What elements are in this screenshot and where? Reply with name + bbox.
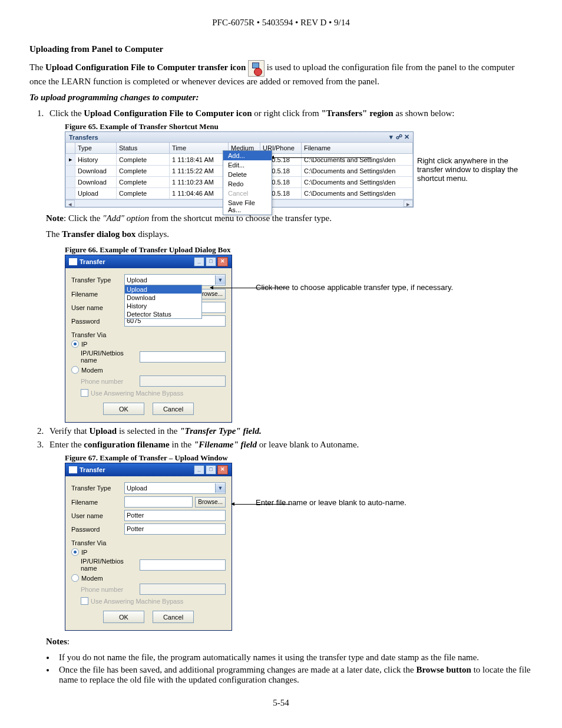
ok-button[interactable]: OK — [103, 403, 144, 415]
maximize-icon[interactable]: □ — [206, 257, 216, 266]
ip-input[interactable] — [140, 559, 226, 571]
radio-modem[interactable] — [71, 574, 79, 582]
cell-filename: C:\Documents and Settings\den — [302, 177, 413, 188]
panel-controls[interactable]: ▾ ☍ ✕ — [388, 133, 409, 141]
cell-status: Complete — [117, 154, 170, 166]
ctx-add[interactable]: Add... — [223, 151, 272, 160]
dialog-app-icon — [69, 258, 77, 265]
maximize-icon[interactable]: □ — [206, 465, 216, 475]
close-icon[interactable]: ✕ — [217, 465, 228, 475]
label-transfer-type: Transfer Type — [71, 276, 124, 284]
bypass-label: Use Answering Machine Bypass — [91, 598, 183, 605]
label-password: Password — [71, 526, 124, 533]
row-marker: ▸ — [66, 154, 75, 166]
panel-pin-icon[interactable]: ☍ — [396, 133, 402, 141]
transfer-dialog-67: Transfer _ □ ✕ Transfer Type Upload ▼ Fi… — [65, 463, 232, 631]
ctx-redo[interactable]: Redo — [223, 179, 272, 189]
label-filename: Filename — [71, 291, 124, 298]
procedure-heading: To upload programming changes to compute… — [29, 93, 533, 103]
label-username: User name — [71, 304, 124, 311]
dialog-title: Transfer — [80, 258, 105, 265]
filename-input[interactable] — [124, 496, 193, 508]
phone-input — [140, 375, 226, 387]
opt-detector-status[interactable]: Detector Status — [125, 310, 201, 318]
row-marker — [66, 177, 75, 188]
dialog-app-icon — [69, 466, 77, 473]
minimize-icon[interactable]: _ — [194, 257, 204, 266]
page-header: PFC-6075R • 5403594 • REV D • 9/14 — [29, 18, 533, 28]
row-marker — [66, 166, 75, 177]
phone-input — [140, 584, 226, 595]
cell-status: Complete — [117, 188, 170, 199]
cell-filename: C:\Documents and Settings\den — [302, 188, 413, 199]
note-item-1: If you do not name the file, the program… — [55, 653, 533, 663]
dialog-title: Transfer — [80, 466, 105, 473]
browse-button[interactable]: Browse... — [195, 497, 226, 508]
col-time[interactable]: Time — [170, 143, 229, 154]
note-line: Note: Click the "Add" option from the sh… — [46, 213, 533, 223]
radio-modem-label: Modem — [81, 367, 103, 374]
page-number: 5-54 — [29, 698, 533, 708]
ok-button[interactable]: OK — [103, 611, 144, 623]
figure65: Transfers ▾ ☍ ✕ Type Status Time Medium … — [65, 131, 533, 207]
cancel-button[interactable]: Cancel — [153, 611, 194, 623]
label-phone: Phone number — [81, 586, 140, 593]
panel-dropdown-icon[interactable]: ▾ — [388, 133, 394, 141]
cell-time: 1 11:18:41 AM — [170, 154, 229, 166]
figure66: Transfer _ □ ✕ Transfer Type Upload ▼ Fi… — [65, 255, 533, 423]
opt-upload[interactable]: Upload — [125, 285, 201, 294]
callout67-text: Enter file name or leave blank to auto-n… — [256, 498, 406, 507]
label-filename: Filename — [71, 499, 124, 506]
upload-config-transfer-icon — [248, 60, 265, 77]
radio-modem-label: Modem — [81, 575, 103, 582]
cell-time: 1 11:10:23 AM — [170, 177, 229, 188]
col-type[interactable]: Type — [75, 143, 117, 154]
ip-input[interactable] — [140, 351, 226, 363]
minimize-icon[interactable]: _ — [194, 465, 204, 475]
opt-history[interactable]: History — [125, 302, 201, 310]
bypass-checkbox — [81, 389, 88, 397]
radio-ip[interactable] — [71, 340, 79, 348]
ctx-delete[interactable]: Delete — [223, 170, 272, 179]
cell-type: Download — [75, 177, 117, 188]
figure66-caption: Figure 66. Example of Transfer Upload Di… — [65, 245, 533, 255]
col-status[interactable]: Status — [117, 143, 170, 154]
panel-close-icon[interactable]: ✕ — [404, 133, 409, 141]
cell-status: Complete — [117, 177, 170, 188]
notes-heading: Notes: — [46, 637, 533, 647]
label-ip-address: IP/URI/Netbios name — [81, 558, 140, 572]
close-icon[interactable]: ✕ — [217, 257, 228, 266]
label-ip-address: IP/URI/Netbios name — [81, 350, 140, 364]
ctx-edit[interactable]: Edit... — [223, 160, 272, 170]
step-2: Verify that Upload is selected in the "T… — [46, 426, 533, 436]
username-input[interactable]: Potter — [124, 510, 226, 521]
radio-ip[interactable] — [71, 548, 79, 556]
step-1: Click the Upload Configuration File to C… — [46, 108, 533, 118]
opt-download[interactable]: Download — [125, 294, 201, 302]
intro-paragraph: The Upload Configuration File to Compute… — [29, 60, 533, 87]
bypass-checkbox — [81, 597, 88, 605]
transfer-via-label: Transfer Via — [71, 331, 226, 338]
cancel-button[interactable]: Cancel — [153, 403, 194, 415]
col-filename[interactable]: Filename — [302, 143, 413, 154]
scroll-left-icon[interactable]: ◂ — [65, 200, 75, 207]
step-3: Enter the configuration filename in the … — [46, 440, 533, 450]
bypass-label: Use Answering Machine Bypass — [91, 390, 183, 397]
radio-modem[interactable] — [71, 366, 79, 374]
transfers-panel-title: Transfers — [69, 134, 98, 141]
label-password: Password — [71, 318, 124, 325]
transfer-type-select[interactable]: Upload ▼ — [124, 482, 226, 494]
cell-type: History — [75, 154, 117, 166]
figure67: Transfer _ □ ✕ Transfer Type Upload ▼ Fi… — [65, 463, 533, 631]
transfer-type-select[interactable]: Upload ▼ — [124, 274, 226, 286]
chevron-down-icon[interactable]: ▼ — [215, 483, 225, 493]
radio-ip-label: IP — [81, 341, 87, 348]
ctx-savefileas[interactable]: Save File As... — [223, 198, 272, 215]
label-transfer-type: Transfer Type — [71, 485, 124, 492]
scroll-right-icon[interactable]: ▸ — [404, 200, 413, 207]
cell-time: 1 11:15:22 AM — [170, 166, 229, 177]
password-input[interactable]: Potter — [124, 523, 226, 535]
callout65-text: Right click anywhere in the transfer win… — [417, 156, 529, 183]
chevron-down-icon[interactable]: ▼ — [215, 275, 225, 285]
cell-time: 1 11:04:46 AM — [170, 188, 229, 199]
